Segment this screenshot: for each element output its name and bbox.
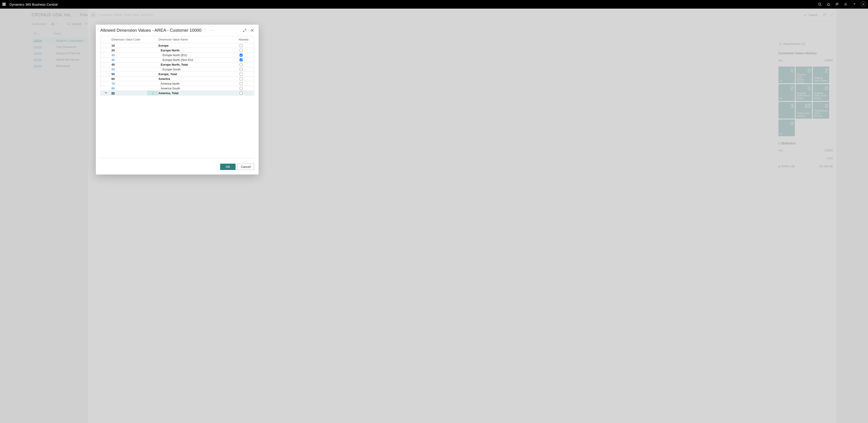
svg-rect-7 — [4, 5, 4, 6]
user-avatar[interactable]: IK — [861, 2, 866, 7]
app-title: Dynamics 365 Business Central — [9, 2, 58, 6]
svg-rect-2 — [5, 3, 5, 3]
svg-rect-4 — [4, 4, 4, 4]
svg-rect-8 — [5, 5, 5, 6]
svg-rect-3 — [2, 4, 3, 4]
svg-rect-0 — [2, 3, 3, 3]
gear-icon[interactable] — [844, 2, 848, 6]
bell-icon[interactable] — [827, 2, 831, 6]
flag-icon[interactable] — [835, 2, 839, 6]
svg-line-10 — [820, 5, 822, 6]
app-launcher-icon[interactable] — [2, 2, 6, 6]
svg-rect-6 — [2, 5, 3, 6]
svg-point-12 — [845, 4, 846, 5]
svg-rect-1 — [4, 3, 4, 3]
svg-rect-5 — [5, 4, 5, 4]
help-icon[interactable] — [852, 2, 856, 6]
svg-point-9 — [818, 3, 821, 5]
global-topbar: Dynamics 365 Business Central IK — [0, 0, 868, 8]
search-icon[interactable] — [818, 2, 822, 6]
